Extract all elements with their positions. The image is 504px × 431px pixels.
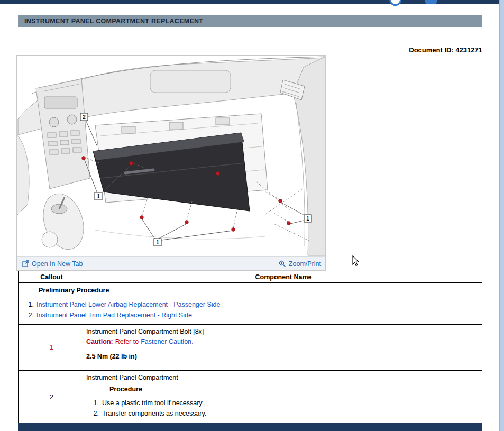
figure-toolbar: Open In New Tab Zoom/Print [17, 256, 325, 270]
list-number: 1. [19, 299, 36, 310]
technical-illustration[interactable]: 2 1 1 1 [17, 56, 325, 256]
vertical-scrollbar[interactable] [499, 0, 504, 431]
list-number: 2. [19, 310, 36, 320]
magnifier-plus-icon [279, 260, 286, 268]
zoom-print-link[interactable]: Zoom/Print [279, 260, 321, 268]
section-title-bar: INSTRUMENT PANEL COMPARTMENT REPLACEMENT [18, 15, 482, 27]
figure-panel: 2 1 1 1 [16, 55, 326, 271]
open-in-new-tab-label: Open In New Tab [32, 260, 83, 268]
callout-number-1[interactable]: 1 [19, 325, 85, 371]
preliminary-procedure-row: Preliminary Procedure 1.Instrument Panel… [19, 283, 482, 325]
component-name-bolt: Instrument Panel Compartment Bolt [8x] [86, 327, 480, 337]
callout-table: Callout Component Name Preliminary Proce… [18, 271, 482, 424]
step-text: Use a plastic trim tool if necessary. [102, 399, 204, 407]
torque-spec: 2.5 Nm (22 lb in) [86, 352, 480, 362]
top-navy-bar [0, 0, 499, 4]
table-row-callout-2: 2 Instrument Panel Compartment Procedure… [19, 371, 482, 424]
preliminary-link-trim-pad-replacement[interactable]: Instrument Panel Trim Pad Replacement - … [36, 311, 192, 319]
callout-number-2[interactable]: 2 [19, 371, 85, 424]
svg-text:1: 1 [156, 240, 159, 245]
callout-label-2: 2 [80, 113, 88, 121]
callout-label-1c: 1 [304, 215, 311, 222]
toolbar-partial-badge-icon[interactable] [425, 0, 437, 4]
caution-text: Refer to [115, 338, 139, 345]
zoom-print-label: Zoom/Print [289, 260, 321, 268]
svg-text:1: 1 [97, 194, 100, 199]
procedure-step: 1.Use a plastic trim tool if necessary. [86, 398, 480, 408]
callout-label-1a: 1 [95, 192, 102, 200]
mouse-cursor [351, 255, 362, 267]
component-name-compartment: Instrument Panel Compartment [86, 373, 480, 383]
step-number: 2. [86, 408, 102, 419]
preliminary-item: 2.Instrument Panel Trim Pad Replacement … [19, 310, 482, 320]
caution-line: Caution:Refer toFastener Caution. [86, 337, 480, 347]
step-text: Transfer components as necessary. [102, 410, 206, 417]
svg-text:2: 2 [83, 114, 86, 120]
procedure-title: Procedure [109, 384, 480, 395]
toolbar-partial-ring-icon[interactable] [389, 0, 401, 6]
bottom-navy-bar [18, 423, 482, 431]
component-column-header: Component Name [85, 271, 482, 283]
svg-text:1: 1 [306, 216, 309, 222]
document-id: Document ID: 4231271 [409, 46, 482, 54]
step-number: 1. [86, 398, 102, 408]
external-link-icon [22, 260, 29, 267]
table-header-row: Callout Component Name [19, 271, 482, 283]
page-title: INSTRUMENT PANEL COMPARTMENT REPLACEMENT [24, 17, 203, 25]
table-row-callout-1: 1 Instrument Panel Compartment Bolt [8x]… [19, 325, 482, 371]
preliminary-link-airbag-replacement[interactable]: Instrument Panel Lower Airbag Replacemen… [36, 301, 220, 308]
preliminary-procedure-title: Preliminary Procedure [39, 286, 482, 295]
open-in-new-tab-link[interactable]: Open In New Tab [22, 260, 83, 268]
fastener-caution-link[interactable]: Fastener Caution. [141, 338, 193, 345]
preliminary-item: 1.Instrument Panel Lower Airbag Replacem… [19, 299, 482, 310]
procedure-step: 2.Transfer components as necessary. [86, 408, 480, 419]
callout-column-header: Callout [19, 271, 85, 283]
caution-label: Caution: [86, 338, 113, 345]
callout-label-1b: 1 [154, 239, 161, 246]
